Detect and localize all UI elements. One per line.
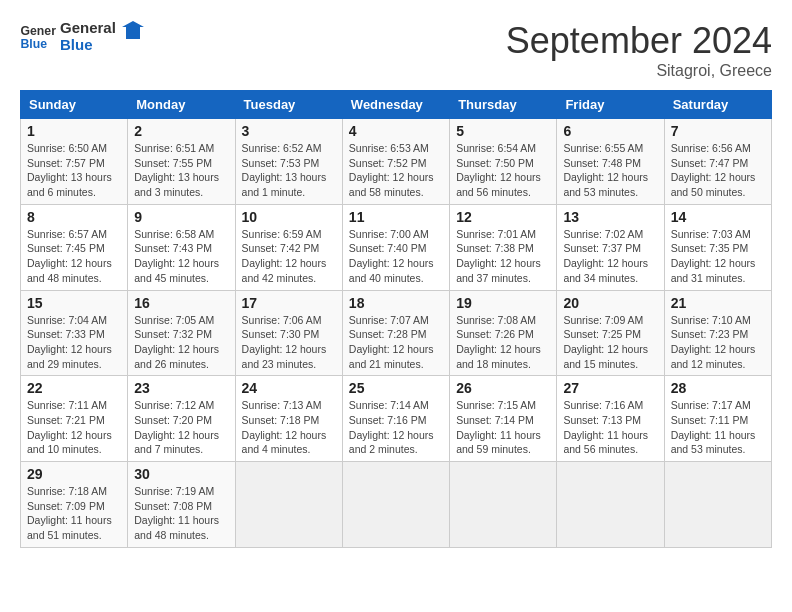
day-number: 7: [671, 123, 765, 139]
day-number: 15: [27, 295, 121, 311]
calendar-day-cell: 7Sunrise: 6:56 AMSunset: 7:47 PMDaylight…: [664, 119, 771, 205]
day-info: Sunrise: 7:00 AMSunset: 7:40 PMDaylight:…: [349, 227, 443, 286]
weekday-header-row: SundayMondayTuesdayWednesdayThursdayFrid…: [21, 91, 772, 119]
day-info: Sunrise: 7:14 AMSunset: 7:16 PMDaylight:…: [349, 398, 443, 457]
day-info: Sunrise: 7:03 AMSunset: 7:35 PMDaylight:…: [671, 227, 765, 286]
logo: General Blue General Blue: [20, 20, 144, 53]
day-number: 6: [563, 123, 657, 139]
day-info: Sunrise: 6:50 AMSunset: 7:57 PMDaylight:…: [27, 141, 121, 200]
month-year-title: September 2024: [506, 20, 772, 62]
calendar-day-cell: 10Sunrise: 6:59 AMSunset: 7:42 PMDayligh…: [235, 204, 342, 290]
calendar-week-row: 15Sunrise: 7:04 AMSunset: 7:33 PMDayligh…: [21, 290, 772, 376]
day-number: 11: [349, 209, 443, 225]
calendar-day-cell: 25Sunrise: 7:14 AMSunset: 7:16 PMDayligh…: [342, 376, 449, 462]
calendar-day-cell: 21Sunrise: 7:10 AMSunset: 7:23 PMDayligh…: [664, 290, 771, 376]
calendar-day-cell: [235, 462, 342, 548]
calendar-day-cell: 22Sunrise: 7:11 AMSunset: 7:21 PMDayligh…: [21, 376, 128, 462]
day-info: Sunrise: 7:07 AMSunset: 7:28 PMDaylight:…: [349, 313, 443, 372]
day-info: Sunrise: 6:59 AMSunset: 7:42 PMDaylight:…: [242, 227, 336, 286]
calendar-day-cell: [342, 462, 449, 548]
weekday-header-thursday: Thursday: [450, 91, 557, 119]
day-info: Sunrise: 6:52 AMSunset: 7:53 PMDaylight:…: [242, 141, 336, 200]
day-info: Sunrise: 6:57 AMSunset: 7:45 PMDaylight:…: [27, 227, 121, 286]
day-number: 22: [27, 380, 121, 396]
day-info: Sunrise: 6:55 AMSunset: 7:48 PMDaylight:…: [563, 141, 657, 200]
day-number: 23: [134, 380, 228, 396]
day-number: 26: [456, 380, 550, 396]
day-info: Sunrise: 7:11 AMSunset: 7:21 PMDaylight:…: [27, 398, 121, 457]
calendar-day-cell: 8Sunrise: 6:57 AMSunset: 7:45 PMDaylight…: [21, 204, 128, 290]
day-info: Sunrise: 7:06 AMSunset: 7:30 PMDaylight:…: [242, 313, 336, 372]
day-info: Sunrise: 7:18 AMSunset: 7:09 PMDaylight:…: [27, 484, 121, 543]
day-number: 5: [456, 123, 550, 139]
calendar-day-cell: 28Sunrise: 7:17 AMSunset: 7:11 PMDayligh…: [664, 376, 771, 462]
calendar-day-cell: 14Sunrise: 7:03 AMSunset: 7:35 PMDayligh…: [664, 204, 771, 290]
svg-marker-3: [122, 21, 144, 39]
day-number: 18: [349, 295, 443, 311]
day-number: 30: [134, 466, 228, 482]
day-info: Sunrise: 6:53 AMSunset: 7:52 PMDaylight:…: [349, 141, 443, 200]
calendar-day-cell: [450, 462, 557, 548]
svg-text:Blue: Blue: [21, 36, 48, 50]
day-number: 4: [349, 123, 443, 139]
calendar-day-cell: 6Sunrise: 6:55 AMSunset: 7:48 PMDaylight…: [557, 119, 664, 205]
calendar-day-cell: 23Sunrise: 7:12 AMSunset: 7:20 PMDayligh…: [128, 376, 235, 462]
calendar-day-cell: 11Sunrise: 7:00 AMSunset: 7:40 PMDayligh…: [342, 204, 449, 290]
day-number: 28: [671, 380, 765, 396]
calendar-day-cell: 29Sunrise: 7:18 AMSunset: 7:09 PMDayligh…: [21, 462, 128, 548]
day-info: Sunrise: 7:10 AMSunset: 7:23 PMDaylight:…: [671, 313, 765, 372]
calendar-day-cell: 2Sunrise: 6:51 AMSunset: 7:55 PMDaylight…: [128, 119, 235, 205]
day-number: 10: [242, 209, 336, 225]
day-info: Sunrise: 7:19 AMSunset: 7:08 PMDaylight:…: [134, 484, 228, 543]
logo-general-text: General: [60, 20, 116, 37]
day-info: Sunrise: 7:09 AMSunset: 7:25 PMDaylight:…: [563, 313, 657, 372]
location-subtitle: Sitagroi, Greece: [506, 62, 772, 80]
calendar-day-cell: [557, 462, 664, 548]
day-info: Sunrise: 7:13 AMSunset: 7:18 PMDaylight:…: [242, 398, 336, 457]
day-number: 17: [242, 295, 336, 311]
calendar-day-cell: 4Sunrise: 6:53 AMSunset: 7:52 PMDaylight…: [342, 119, 449, 205]
weekday-header-sunday: Sunday: [21, 91, 128, 119]
day-number: 3: [242, 123, 336, 139]
calendar-day-cell: 17Sunrise: 7:06 AMSunset: 7:30 PMDayligh…: [235, 290, 342, 376]
weekday-header-wednesday: Wednesday: [342, 91, 449, 119]
header: General Blue General Blue September 2024…: [20, 20, 772, 80]
calendar-day-cell: 9Sunrise: 6:58 AMSunset: 7:43 PMDaylight…: [128, 204, 235, 290]
calendar-week-row: 29Sunrise: 7:18 AMSunset: 7:09 PMDayligh…: [21, 462, 772, 548]
calendar-day-cell: 26Sunrise: 7:15 AMSunset: 7:14 PMDayligh…: [450, 376, 557, 462]
day-number: 14: [671, 209, 765, 225]
calendar-week-row: 8Sunrise: 6:57 AMSunset: 7:45 PMDaylight…: [21, 204, 772, 290]
day-number: 1: [27, 123, 121, 139]
logo-blue-text: Blue: [60, 37, 116, 54]
calendar-day-cell: 1Sunrise: 6:50 AMSunset: 7:57 PMDaylight…: [21, 119, 128, 205]
calendar-week-row: 1Sunrise: 6:50 AMSunset: 7:57 PMDaylight…: [21, 119, 772, 205]
day-number: 12: [456, 209, 550, 225]
calendar-day-cell: 30Sunrise: 7:19 AMSunset: 7:08 PMDayligh…: [128, 462, 235, 548]
day-number: 16: [134, 295, 228, 311]
day-number: 8: [27, 209, 121, 225]
day-info: Sunrise: 7:05 AMSunset: 7:32 PMDaylight:…: [134, 313, 228, 372]
calendar-day-cell: 19Sunrise: 7:08 AMSunset: 7:26 PMDayligh…: [450, 290, 557, 376]
day-info: Sunrise: 7:01 AMSunset: 7:38 PMDaylight:…: [456, 227, 550, 286]
calendar-day-cell: 20Sunrise: 7:09 AMSunset: 7:25 PMDayligh…: [557, 290, 664, 376]
calendar-day-cell: 5Sunrise: 6:54 AMSunset: 7:50 PMDaylight…: [450, 119, 557, 205]
calendar-day-cell: [664, 462, 771, 548]
day-number: 24: [242, 380, 336, 396]
logo-icon: General Blue: [20, 23, 56, 51]
day-number: 29: [27, 466, 121, 482]
calendar-day-cell: 16Sunrise: 7:05 AMSunset: 7:32 PMDayligh…: [128, 290, 235, 376]
day-info: Sunrise: 7:02 AMSunset: 7:37 PMDaylight:…: [563, 227, 657, 286]
day-info: Sunrise: 7:12 AMSunset: 7:20 PMDaylight:…: [134, 398, 228, 457]
day-number: 25: [349, 380, 443, 396]
day-info: Sunrise: 6:58 AMSunset: 7:43 PMDaylight:…: [134, 227, 228, 286]
calendar-week-row: 22Sunrise: 7:11 AMSunset: 7:21 PMDayligh…: [21, 376, 772, 462]
weekday-header-tuesday: Tuesday: [235, 91, 342, 119]
day-info: Sunrise: 7:08 AMSunset: 7:26 PMDaylight:…: [456, 313, 550, 372]
day-info: Sunrise: 6:51 AMSunset: 7:55 PMDaylight:…: [134, 141, 228, 200]
day-number: 20: [563, 295, 657, 311]
calendar-day-cell: 24Sunrise: 7:13 AMSunset: 7:18 PMDayligh…: [235, 376, 342, 462]
title-area: September 2024 Sitagroi, Greece: [506, 20, 772, 80]
weekday-header-saturday: Saturday: [664, 91, 771, 119]
weekday-header-monday: Monday: [128, 91, 235, 119]
calendar-day-cell: 18Sunrise: 7:07 AMSunset: 7:28 PMDayligh…: [342, 290, 449, 376]
